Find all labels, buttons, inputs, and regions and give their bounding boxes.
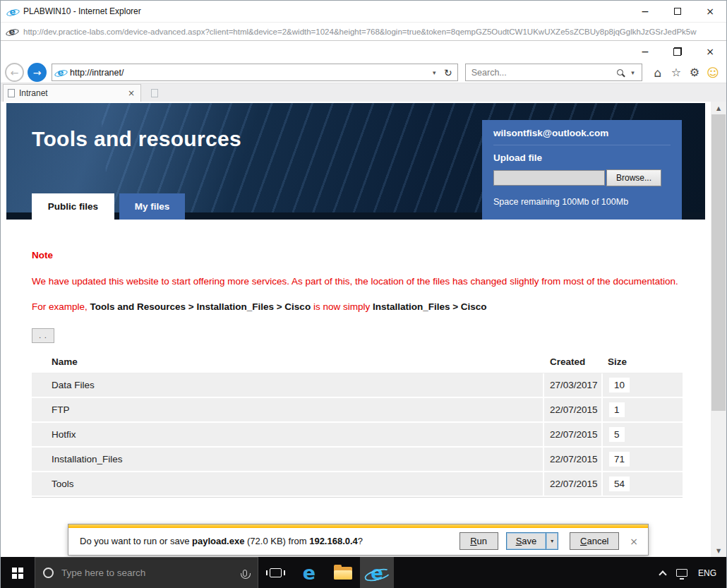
maximize-icon [674,8,681,15]
remote-titlebar: − × [1,41,726,62]
close-button[interactable]: × [694,1,726,22]
remote-close-button[interactable]: × [694,41,726,62]
local-url-text: http://dev.practice-labs.com/device-adva… [23,28,697,36]
minimize-button[interactable]: − [629,1,661,22]
file-created: 22/07/2015 [543,398,601,421]
save-dropdown-icon[interactable]: ▾ [546,532,558,550]
example-prefix: For example, [32,301,90,312]
save-button[interactable]: Save [506,532,547,550]
address-dropdown-icon[interactable]: ▾ [428,69,440,76]
ie-logo-icon: e [7,6,18,17]
browse-button[interactable]: Browse... [606,169,661,186]
cortana-icon [43,568,54,578]
search-box[interactable]: ▾ [465,64,642,81]
browser-navbar: ← → e ▾ ↻ ▾ ⌂ ☆ ⚙ ☺ [1,62,726,83]
page-content: Note We have updated this website to sta… [6,250,705,498]
file-created: 22/07/2015 [543,472,601,496]
taskbar-search-placeholder: Type here to search [61,568,235,578]
scroll-up-icon[interactable]: ▲ [711,102,726,114]
forward-button[interactable]: → [28,63,47,82]
file-name-link[interactable]: Hotfix [52,429,76,440]
local-address-bar[interactable]: e http://dev.practice-labs.com/device-ad… [1,22,726,41]
run-button[interactable]: Run [459,532,498,550]
page-header: Tools and resources wilsontfisk@outlook.… [6,103,705,220]
window-title: PLABWIN10 - Internet Explorer [23,6,141,16]
feedback-smiley-icon[interactable]: ☺ [704,66,722,80]
message-prefix: Do you want to run or save [80,536,192,546]
search-dropdown-icon[interactable]: ▾ [627,69,639,76]
file-name-link[interactable]: Tools [52,479,74,489]
scrollbar-thumb[interactable] [711,114,726,411]
remote-restore-button[interactable] [661,41,694,62]
settings-gear-icon[interactable]: ⚙ [685,66,704,79]
file-name-link[interactable]: Data Files [52,380,95,390]
edge-icon: e [303,563,316,582]
language-indicator[interactable]: ENG [698,568,716,578]
address-input[interactable] [70,68,428,78]
file-created: 27/03/2017 [543,373,601,397]
tab-my-files[interactable]: My files [119,193,185,220]
microphone-icon[interactable] [243,570,247,577]
note-title: Note [32,250,683,260]
table-row[interactable]: Installation_Files 22/07/2015 71 [32,448,683,471]
favorites-star-icon[interactable]: ☆ [667,66,685,79]
maximize-button[interactable] [661,1,694,22]
new-tab-button[interactable] [146,85,163,102]
table-row[interactable]: Tools 22/07/2015 54 [32,472,683,496]
file-name-link[interactable]: Installation_Files [52,454,123,464]
search-input[interactable] [471,68,613,78]
search-icon[interactable] [617,69,623,76]
tab-public-files[interactable]: Public files [32,193,114,220]
start-button[interactable] [1,557,35,588]
remote-minimize-button[interactable]: − [629,41,661,62]
notification-close-icon[interactable]: × [630,536,638,547]
taskbar-search[interactable]: Type here to search [35,557,258,588]
refresh-icon[interactable]: ↻ [440,67,456,78]
tab-page-icon [8,89,15,97]
column-header-size: Size [601,356,683,367]
upload-file-label: Upload file [493,152,671,163]
file-size-badge: 10 [609,378,630,392]
download-message: Do you want to run or save payload.exe (… [80,536,363,546]
tab-close-icon[interactable]: × [126,88,136,98]
note-example: For example, Tools and Resources > Insta… [32,301,683,312]
file-created: 22/07/2015 [543,423,601,446]
tab-bar: Intranet × [1,83,726,102]
message-mid: (72.0 KB) from [244,536,309,546]
account-email: wilsontfisk@outlook.com [493,128,671,145]
webpage: Tools and resources wilsontfisk@outlook.… [1,102,711,557]
scroll-down-icon[interactable]: ▼ [711,544,726,557]
cancel-button[interactable]: Cancel [570,532,619,550]
windows-logo-icon [12,568,23,579]
address-bar[interactable]: e ▾ ↻ [52,64,458,81]
upload-panel: wilsontfisk@outlook.com Upload file Brow… [482,120,682,220]
screen: e PLABWIN10 - Internet Explorer − × e ht… [0,0,727,588]
ie-taskbar-button[interactable]: e [360,557,394,588]
file-name-link[interactable]: FTP [52,404,70,415]
page-tabs: Public files My files [32,193,185,220]
download-filename: payload.exe [192,536,244,546]
network-icon[interactable] [676,569,687,577]
table-header-row: Name Created Size [32,351,683,373]
edge-button[interactable]: e [292,557,326,588]
table-row[interactable]: Hotfix 22/07/2015 5 [32,423,683,446]
table-row[interactable]: FTP 22/07/2015 1 [32,398,683,421]
tray-expand-icon[interactable] [659,570,666,578]
table-row[interactable]: Data Files 27/03/2017 10 [32,373,683,397]
system-tray: ENG [660,557,726,588]
column-header-created: Created [543,356,601,367]
page-scrollbar[interactable]: ▲ ▼ [711,102,726,557]
file-explorer-button[interactable] [326,557,360,588]
home-icon[interactable]: ⌂ [649,66,667,80]
back-button[interactable]: ← [5,63,24,82]
download-notification: Do you want to run or save payload.exe (… [68,524,649,556]
file-size-badge: 71 [609,452,630,467]
file-input[interactable] [493,170,605,186]
parent-directory-button[interactable]: . . [32,328,54,343]
task-view-button[interactable] [258,557,292,588]
note-body: We have updated this website to start of… [32,276,683,287]
taskbar: Type here to search e e ENG [1,557,726,588]
download-host: 192.168.0.4 [309,536,358,546]
tab-intranet[interactable]: Intranet × [3,84,141,102]
file-created: 22/07/2015 [543,448,601,471]
